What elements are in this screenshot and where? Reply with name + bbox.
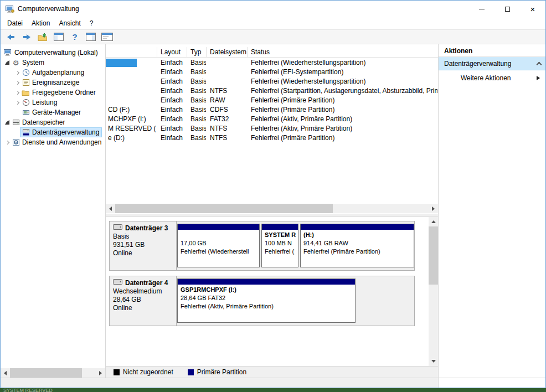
- volume-row[interactable]: M RESERVED (G:) Einfach Basis NTFS Fehle…: [106, 124, 438, 133]
- partition-recovery[interactable]: 17,00 GB Fehlerfrei (Wiederherstell: [177, 224, 260, 267]
- volume-row[interactable]: CD (F:) Einfach Basis CDFS Fehlerfrei (P…: [106, 105, 438, 115]
- menu-help[interactable]: ?: [85, 18, 98, 29]
- close-button[interactable]: ×: [520, 1, 545, 17]
- column-header-typ[interactable]: Typ: [187, 47, 207, 58]
- menu-datei[interactable]: Datei: [3, 18, 27, 29]
- help-icon[interactable]: ?: [69, 31, 81, 43]
- back-arrow-icon[interactable]: [4, 31, 17, 43]
- volume-fs: FAT32: [210, 115, 245, 123]
- show-action-pane-icon[interactable]: [85, 31, 97, 43]
- volume-status: Fehlerfrei (Primäre Partition): [251, 134, 437, 142]
- volume-status: Fehlerfrei (Wiederherstellungspartition): [251, 59, 437, 66]
- menu-aktion[interactable]: Aktion: [27, 18, 54, 29]
- disk-state: Online: [113, 304, 173, 312]
- scroll-up-icon[interactable]: [429, 217, 438, 226]
- partition-size: 28,64 GB FAT32: [181, 294, 352, 302]
- scroll-right-icon[interactable]: [429, 204, 438, 213]
- disk-header-datentraeger-3[interactable]: Datenträger 3 Basis 931,51 GB Online: [110, 221, 177, 270]
- volume-name: e (D:): [108, 134, 156, 142]
- services-icon: [12, 138, 20, 146]
- maximize-button[interactable]: [495, 1, 520, 17]
- volume-row[interactable]: Einfach Basis Fehlerfrei (Wiederherstell…: [106, 58, 438, 68]
- action-group-datentraegerverwaltung[interactable]: Datenträgerverwaltung: [439, 57, 546, 70]
- partition-system-reserved[interactable]: SYSTEM R 100 MB N Fehlerfrei (: [261, 224, 298, 267]
- disk-header-datentraeger-4[interactable]: Datenträger 4 Wechselmedium 28,64 GB Onl…: [110, 276, 177, 326]
- chevron-expanded-icon[interactable]: [4, 119, 11, 126]
- volume-fs: CDFS: [210, 106, 245, 114]
- show-console-tree-icon[interactable]: [53, 31, 65, 43]
- tree-horizontal-scrollbar[interactable]: [1, 368, 105, 378]
- partition-h[interactable]: (H:) 914,41 GB RAW Fehlerfrei (Primäre P…: [300, 224, 414, 267]
- unallocated-swatch-icon: [114, 369, 120, 375]
- selected-volume-block: [106, 59, 137, 67]
- chevron-expanded-icon[interactable]: [4, 59, 11, 66]
- tree-item-geraete-manager[interactable]: Geräte-Manager: [1, 107, 105, 117]
- chevron-none: [14, 129, 20, 136]
- scroll-down-icon[interactable]: [429, 357, 438, 366]
- partition-size: 17,00 GB: [181, 239, 256, 247]
- status-bar: [1, 378, 546, 388]
- scrollbar-thumb[interactable]: [429, 226, 438, 285]
- tree-item-datentraegerverwaltung[interactable]: Datenträgerverwaltung: [1, 127, 105, 137]
- chevron-collapsed-icon[interactable]: [4, 139, 11, 146]
- forward-arrow-icon[interactable]: [20, 31, 33, 43]
- tree-item-aufgabenplanung[interactable]: Aufgabenplanung: [1, 68, 105, 78]
- partition-i[interactable]: GSP1RMCHPXF (I:) 28,64 GB FAT32 Fehlerfr…: [177, 278, 356, 323]
- chevron-collapsed-icon[interactable]: [14, 79, 20, 86]
- volume-typ: Basis: [190, 125, 206, 132]
- volume-name: M RESERVED (G:): [108, 125, 156, 132]
- collapse-chevron-up-icon[interactable]: [537, 61, 542, 67]
- device-manager-icon: [22, 109, 30, 116]
- action-weitere-aktionen[interactable]: Weitere Aktionen: [439, 70, 546, 86]
- volume-typ: Basis: [190, 87, 206, 95]
- chevron-collapsed-icon[interactable]: [14, 69, 20, 76]
- volume-row[interactable]: MCHPXF (I:) Einfach Basis FAT32 Fehlerfr…: [106, 115, 438, 124]
- up-level-icon[interactable]: [37, 31, 49, 43]
- partition-size: 914,41 GB RAW: [303, 239, 411, 247]
- primary-partition-color-bar: [178, 224, 259, 230]
- tree-item-ereignisanzeige[interactable]: Ereignisanzeige: [1, 78, 105, 87]
- minimize-icon: [479, 9, 485, 9]
- volume-typ: Basis: [190, 115, 206, 123]
- volume-row[interactable]: Einfach Basis Fehlerfrei (Wiederherstell…: [106, 77, 438, 86]
- tree-item-computerverwaltung[interactable]: Computerverwaltung (Lokal): [1, 48, 105, 58]
- disk-state: Online: [113, 249, 173, 257]
- primary-partition-swatch-icon: [188, 369, 194, 375]
- properties-window-icon[interactable]: [101, 31, 113, 43]
- tree-item-datenspeicher[interactable]: Datenspeicher: [1, 117, 105, 127]
- scroll-right-icon[interactable]: [96, 368, 105, 378]
- tree-item-dienste-und-anwendungen[interactable]: Dienste und Anwendungen: [1, 137, 105, 147]
- tree-item-system[interactable]: ⚙System: [1, 58, 105, 68]
- chevron-collapsed-icon[interactable]: [14, 89, 20, 96]
- chevron-collapsed-icon[interactable]: [14, 99, 20, 106]
- volume-layout: Einfach: [161, 96, 186, 104]
- performance-icon: [22, 99, 30, 106]
- scroll-left-icon[interactable]: [106, 204, 115, 213]
- volume-row[interactable]: Einfach Basis RAW Fehlerfrei (Primäre Pa…: [106, 96, 438, 105]
- volume-row[interactable]: Einfach Basis NTFS Fehlerfrei (Startpart…: [106, 86, 438, 96]
- volume-row[interactable]: e (D:) Einfach Basis NTFS Fehlerfrei (Pr…: [106, 133, 438, 143]
- volume-layout: Einfach: [161, 87, 186, 95]
- column-header-dateisystem[interactable]: Dateisystem: [207, 47, 248, 58]
- chevron-none: [14, 109, 20, 116]
- graphic-view-vertical-scrollbar[interactable]: [429, 217, 438, 366]
- tree-item-leistung[interactable]: Leistung: [1, 97, 105, 107]
- volume-status: Fehlerfrei (Primäre Partition): [251, 106, 437, 114]
- minimize-button[interactable]: [469, 1, 495, 17]
- volume-row[interactable]: Einfach Basis Fehlerfrei (EFI-Systempart…: [106, 68, 438, 77]
- partition-status: Fehlerfrei (Aktiv, Primäre Partition): [181, 302, 352, 311]
- menu-ansicht[interactable]: Ansicht: [54, 18, 85, 29]
- computer-management-window: Computerverwaltung × Datei Aktion Ansich…: [0, 0, 546, 388]
- volume-list-horizontal-scrollbar[interactable]: [106, 204, 438, 213]
- column-header-volume[interactable]: [106, 47, 157, 58]
- scrollbar-thumb[interactable]: [115, 204, 333, 213]
- primary-partition-color-bar: [178, 279, 355, 285]
- scrollbar-thumb[interactable]: [10, 368, 82, 378]
- volume-status: Fehlerfrei (Aktiv, Primäre Partition): [251, 125, 437, 132]
- scroll-left-icon[interactable]: [1, 368, 10, 378]
- column-header-status[interactable]: Status: [248, 47, 438, 58]
- column-header-layout[interactable]: Layout: [157, 47, 187, 58]
- volume-typ: Basis: [190, 96, 206, 104]
- tree-item-freigegebene-ordner[interactable]: Freigegebene Ordner: [1, 87, 105, 97]
- title-bar[interactable]: Computerverwaltung ×: [1, 1, 545, 17]
